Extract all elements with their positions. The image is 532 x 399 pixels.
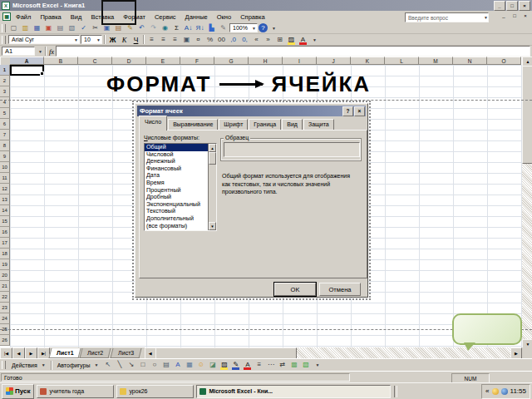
print-preview-icon[interactable]: ▧ <box>66 23 77 33</box>
line-icon[interactable]: ╲ <box>114 360 125 370</box>
column-header[interactable]: N <box>453 57 487 65</box>
column-header[interactable]: A <box>10 57 44 65</box>
dash-style-icon[interactable]: ⋯ <box>265 360 276 370</box>
new-icon[interactable]: ▢ <box>8 23 19 33</box>
row-header[interactable]: 9 <box>0 151 10 162</box>
clip-art-icon[interactable]: ☺ <box>195 360 206 370</box>
taskbar-task-folder[interactable]: урок26 <box>116 385 194 398</box>
row-header[interactable]: 2 <box>0 76 10 86</box>
borders-icon[interactable]: ⊞ <box>274 35 285 45</box>
callout-shape[interactable] <box>452 313 522 345</box>
insert-picture-icon[interactable]: ◪ <box>207 360 218 370</box>
question-box[interactable]: Введите вопрос ▼ <box>405 12 489 22</box>
menu-item[interactable]: Правка <box>36 12 65 22</box>
column-header[interactable]: F <box>180 57 214 65</box>
row-header[interactable]: 20 <box>0 270 10 281</box>
scrollbar-thumb[interactable] <box>209 152 216 165</box>
arrow-style-icon[interactable]: ⇄ <box>277 360 288 370</box>
taskbar-task-presentation[interactable]: учитель года <box>37 385 114 398</box>
hyperlink-icon[interactable]: ◉ <box>160 23 170 33</box>
column-header[interactable]: J <box>317 57 351 65</box>
row-header[interactable]: 5 <box>0 108 10 119</box>
scroll-left-icon[interactable]: ◀ <box>145 347 156 359</box>
row-header[interactable]: 7 <box>0 130 10 140</box>
scroll-down-icon[interactable]: ▼ <box>209 222 216 230</box>
tray-network-icon[interactable] <box>501 388 508 395</box>
shadow-style-icon[interactable]: ▩ <box>288 360 299 370</box>
dialog-tab[interactable]: Защита <box>303 119 334 131</box>
draw-menu-button[interactable]: Действия ▼ <box>8 362 49 369</box>
menu-item[interactable]: Данные <box>181 12 212 22</box>
close-icon[interactable]: × <box>520 12 530 20</box>
prev-sheet-icon[interactable]: ◀ <box>12 347 25 359</box>
formula-input[interactable] <box>56 46 530 57</box>
restore-icon[interactable]: □ <box>506 1 518 11</box>
tray-chevron-icon[interactable]: « <box>485 387 489 395</box>
close-icon[interactable]: × <box>519 1 530 11</box>
start-button[interactable]: Пуск <box>2 384 34 399</box>
row-header[interactable]: 4 <box>0 97 10 108</box>
row-header[interactable]: 26 <box>0 335 10 346</box>
column-header[interactable]: B <box>44 57 78 65</box>
row-header[interactable]: 18 <box>0 249 10 259</box>
toolbar-grip[interactable] <box>2 36 6 44</box>
row-header[interactable]: 24 <box>0 313 10 324</box>
save-icon[interactable]: ▦ <box>32 23 42 33</box>
dialog-tab[interactable]: Вид <box>282 119 303 131</box>
merge-center-icon[interactable]: ▣ <box>181 35 192 45</box>
increase-indent-icon[interactable]: » <box>263 35 273 45</box>
menu-item[interactable]: Файл <box>12 12 35 22</box>
spelling-icon[interactable]: ✓ <box>78 23 89 33</box>
font-color-icon[interactable]: А <box>298 35 308 45</box>
decrease-indent-icon[interactable]: « <box>251 35 262 45</box>
arrow-icon[interactable]: ↘ <box>126 360 136 370</box>
italic-button[interactable]: К <box>119 35 130 45</box>
increase-decimal-icon[interactable]: ,0 <box>228 35 239 45</box>
row-header[interactable]: 11 <box>0 173 10 184</box>
align-left-icon[interactable]: ≡ <box>146 35 157 45</box>
diagram-icon[interactable]: ▦ <box>184 360 195 370</box>
row-header[interactable]: 1 <box>0 65 10 76</box>
print-icon[interactable]: ▤ <box>55 23 66 33</box>
row-header[interactable]: 8 <box>0 140 10 151</box>
first-sheet-icon[interactable]: |◀ <box>0 347 12 359</box>
restore-icon[interactable]: □ <box>510 12 520 20</box>
column-header[interactable]: K <box>351 57 385 65</box>
insert-function-icon[interactable]: fx <box>49 47 54 56</box>
row-header[interactable]: 17 <box>0 238 10 249</box>
3d-style-icon[interactable]: ▧ <box>300 360 311 370</box>
scrollbar-thumb[interactable] <box>155 347 297 359</box>
row-header[interactable]: 12 <box>0 184 10 195</box>
column-header[interactable]: E <box>146 57 180 65</box>
ok-button[interactable]: OK <box>274 283 316 296</box>
toolbar-grip[interactable] <box>2 24 6 32</box>
select-objects-icon[interactable]: ↖ <box>102 360 113 370</box>
autosum-icon[interactable]: Σ <box>171 23 182 33</box>
underline-button[interactable]: Ч <box>131 35 141 45</box>
toolbar-options-icon[interactable]: ▼ <box>270 26 276 31</box>
row-header[interactable]: 22 <box>0 292 10 303</box>
chevron-down-icon[interactable]: ▼ <box>37 49 42 54</box>
sheet-tab[interactable]: Лист2 <box>80 348 111 358</box>
row-header[interactable]: 3 <box>0 86 10 97</box>
column-header[interactable]: C <box>78 57 112 65</box>
row-header[interactable]: 21 <box>0 281 10 292</box>
toolbar-options-icon[interactable]: ▼ <box>311 37 317 42</box>
dialog-title-bar[interactable]: Формат ячеек ?× <box>137 106 366 116</box>
cancel-button[interactable]: Отмена <box>319 283 361 296</box>
dialog-tab[interactable]: Выравнивание <box>168 119 218 131</box>
selected-cell-a1[interactable] <box>10 65 44 76</box>
scrollbar-thumb[interactable] <box>522 66 532 164</box>
cut-icon[interactable]: ✂ <box>90 23 101 33</box>
tray-language-icon[interactable] <box>492 388 499 395</box>
currency-style-icon[interactable]: ¤ <box>193 35 204 45</box>
fill-color-icon[interactable]: ▨ <box>219 360 229 370</box>
decrease-decimal-icon[interactable]: 0, <box>239 35 250 45</box>
chevron-down-icon[interactable]: ▼ <box>482 15 488 20</box>
zoom-select[interactable]: 100% ▼ <box>229 23 258 32</box>
align-right-icon[interactable]: ≡ <box>170 35 180 45</box>
toolbar-grip[interactable] <box>2 361 6 369</box>
minimize-icon[interactable]: _ <box>499 12 509 20</box>
taskbar-task-excel[interactable]: Microsoft Excel - Кни... <box>196 385 391 398</box>
menu-item[interactable]: Сервис <box>150 12 180 22</box>
